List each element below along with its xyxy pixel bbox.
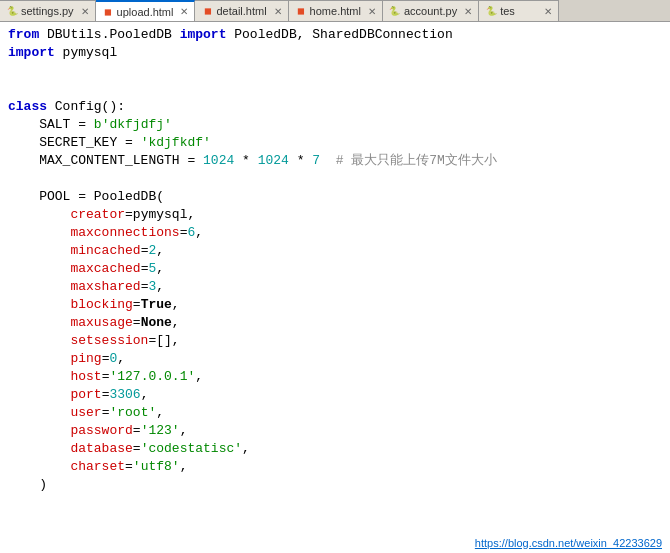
tab-detail-html[interactable]: ◼ detail.html ✕ xyxy=(195,0,288,21)
tab-close-btn[interactable]: ✕ xyxy=(460,6,472,17)
code-line-26: ) xyxy=(8,476,670,494)
code-line-13: mincached=2, xyxy=(8,242,670,260)
code-line-3 xyxy=(8,62,670,80)
code-line-19: ping=0, xyxy=(8,350,670,368)
code-line-14: maxcached=5, xyxy=(8,260,670,278)
code-line-9 xyxy=(8,170,670,188)
tab-upload-html[interactable]: ◼ upload.html ✕ xyxy=(96,0,196,21)
tab-label: tes xyxy=(500,5,515,17)
html-icon: ◼ xyxy=(201,5,213,17)
html-icon: ◼ xyxy=(295,5,307,17)
tab-close-btn[interactable]: ✕ xyxy=(176,6,188,17)
keyword-from: from xyxy=(8,26,39,44)
tab-account-py[interactable]: 🐍 account.py ✕ xyxy=(383,0,479,21)
code-line-4 xyxy=(8,80,670,98)
code-lines: from DBUtils.PooledDB import PooledDB, S… xyxy=(0,26,670,494)
html-icon: ◼ xyxy=(102,6,114,18)
tab-bar: 🐍 settings.py ✕ ◼ upload.html ✕ ◼ detail… xyxy=(0,0,670,22)
code-line-2: import pymysql xyxy=(8,44,670,62)
tab-settings-py[interactable]: 🐍 settings.py ✕ xyxy=(0,0,96,21)
code-line-15: maxshared=3, xyxy=(8,278,670,296)
code-line-24: database='codestatisc', xyxy=(8,440,670,458)
code-line-6: SALT = b'dkfjdfj' xyxy=(8,116,670,134)
py-icon: 🐍 xyxy=(485,5,497,17)
code-editor[interactable]: from DBUtils.PooledDB import PooledDB, S… xyxy=(0,22,670,553)
keyword-import: import xyxy=(8,44,55,62)
code-line-20: host='127.0.0.1', xyxy=(8,368,670,386)
tab-label: detail.html xyxy=(216,5,266,17)
tab-home-html[interactable]: ◼ home.html ✕ xyxy=(289,0,383,21)
code-line-7: SECRET_KEY = 'kdjfkdf' xyxy=(8,134,670,152)
keyword-class: class xyxy=(8,98,47,116)
code-line-11: creator=pymysql, xyxy=(8,206,670,224)
code-line-17: maxusage=None, xyxy=(8,314,670,332)
code-line-23: password='123', xyxy=(8,422,670,440)
tab-label: account.py xyxy=(404,5,457,17)
code-line-21: port=3306, xyxy=(8,386,670,404)
code-line-5: class Config(): xyxy=(8,98,670,116)
tab-label: settings.py xyxy=(21,5,74,17)
code-line-16: blocking=True, xyxy=(8,296,670,314)
code-line-18: setsession=[], xyxy=(8,332,670,350)
code-line-12: maxconnections=6, xyxy=(8,224,670,242)
tab-close-btn[interactable]: ✕ xyxy=(77,6,89,17)
tab-close-btn[interactable]: ✕ xyxy=(364,6,376,17)
py-icon: 🐍 xyxy=(389,5,401,17)
code-line-22: user='root', xyxy=(8,404,670,422)
tab-label: home.html xyxy=(310,5,361,17)
code-line-25: charset='utf8', xyxy=(8,458,670,476)
tab-tes[interactable]: 🐍 tes ✕ xyxy=(479,0,559,21)
tab-label: upload.html xyxy=(117,6,174,18)
watermark-link: https://blog.csdn.net/weixin_42233629 xyxy=(475,537,662,549)
code-line-10: POOL = PooledDB( xyxy=(8,188,670,206)
tab-close-btn[interactable]: ✕ xyxy=(540,6,552,17)
code-line-1: from DBUtils.PooledDB import PooledDB, S… xyxy=(8,26,670,44)
py-icon: 🐍 xyxy=(6,5,18,17)
code-line-8: MAX_CONTENT_LENGTH = 1024 * 1024 * 7 # 最… xyxy=(8,152,670,170)
tab-close-btn[interactable]: ✕ xyxy=(270,6,282,17)
